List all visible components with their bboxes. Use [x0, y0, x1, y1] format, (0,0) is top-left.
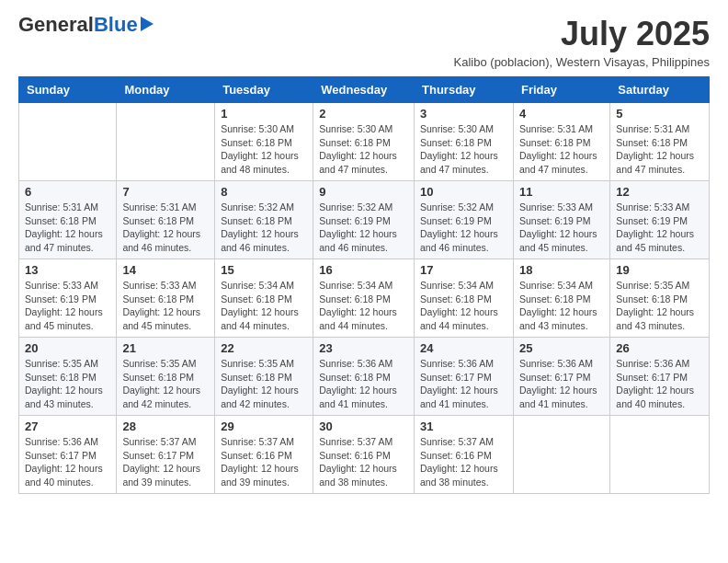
calendar-week-row: 6Sunrise: 5:31 AM Sunset: 6:18 PM Daylig…: [19, 181, 710, 259]
day-info: Sunrise: 5:35 AM Sunset: 6:18 PM Dayligh…: [25, 357, 110, 411]
day-number: 20: [25, 341, 110, 355]
day-info: Sunrise: 5:31 AM Sunset: 6:18 PM Dayligh…: [25, 201, 110, 255]
calendar-day-cell: [19, 103, 117, 181]
calendar-week-row: 13Sunrise: 5:33 AM Sunset: 6:19 PM Dayli…: [19, 259, 710, 338]
day-number: 26: [616, 341, 703, 355]
day-info: Sunrise: 5:34 AM Sunset: 6:18 PM Dayligh…: [420, 279, 507, 333]
logo-blue-text: Blue: [94, 15, 138, 35]
page-header: General Blue July 2025 Kalibo (poblacion…: [18, 15, 710, 69]
calendar-day-cell: 19Sunrise: 5:35 AM Sunset: 6:18 PM Dayli…: [610, 259, 710, 338]
calendar-day-cell: 24Sunrise: 5:36 AM Sunset: 6:17 PM Dayli…: [415, 338, 514, 416]
calendar-day-cell: 11Sunrise: 5:33 AM Sunset: 6:19 PM Dayli…: [513, 181, 609, 259]
calendar-header-cell: Sunday: [19, 77, 117, 103]
calendar-header-cell: Friday: [513, 77, 609, 103]
calendar-day-cell: 9Sunrise: 5:32 AM Sunset: 6:19 PM Daylig…: [313, 181, 415, 259]
day-number: 27: [25, 419, 110, 433]
day-info: Sunrise: 5:32 AM Sunset: 6:19 PM Dayligh…: [319, 201, 408, 255]
logo: General Blue: [18, 15, 154, 35]
calendar-day-cell: 29Sunrise: 5:37 AM Sunset: 6:16 PM Dayli…: [215, 416, 313, 494]
day-info: Sunrise: 5:31 AM Sunset: 6:18 PM Dayligh…: [616, 122, 703, 177]
day-info: Sunrise: 5:33 AM Sunset: 6:18 PM Dayligh…: [122, 279, 209, 333]
day-info: Sunrise: 5:34 AM Sunset: 6:18 PM Dayligh…: [319, 279, 408, 333]
day-number: 22: [221, 341, 307, 355]
day-info: Sunrise: 5:35 AM Sunset: 6:18 PM Dayligh…: [221, 357, 307, 411]
day-info: Sunrise: 5:37 AM Sunset: 6:17 PM Dayligh…: [122, 435, 209, 489]
day-info: Sunrise: 5:36 AM Sunset: 6:17 PM Dayligh…: [616, 357, 703, 411]
day-info: Sunrise: 5:31 AM Sunset: 6:18 PM Dayligh…: [122, 201, 209, 255]
day-info: Sunrise: 5:36 AM Sunset: 6:17 PM Dayligh…: [519, 357, 604, 411]
calendar-day-cell: 12Sunrise: 5:33 AM Sunset: 6:19 PM Dayli…: [610, 181, 710, 259]
day-number: 6: [25, 185, 110, 199]
calendar-day-cell: 30Sunrise: 5:37 AM Sunset: 6:16 PM Dayli…: [313, 416, 415, 494]
location-subtitle: Kalibo (poblacion), Western Visayas, Phi…: [454, 55, 710, 69]
logo-arrow-icon: [141, 17, 154, 31]
calendar-header-cell: Saturday: [610, 77, 710, 103]
calendar-day-cell: 14Sunrise: 5:33 AM Sunset: 6:18 PM Dayli…: [117, 259, 215, 338]
calendar-day-cell: 13Sunrise: 5:33 AM Sunset: 6:19 PM Dayli…: [19, 259, 117, 338]
calendar-day-cell: 23Sunrise: 5:36 AM Sunset: 6:18 PM Dayli…: [313, 338, 415, 416]
calendar-week-row: 1Sunrise: 5:30 AM Sunset: 6:18 PM Daylig…: [19, 103, 710, 181]
calendar-day-cell: 4Sunrise: 5:31 AM Sunset: 6:18 PM Daylig…: [513, 103, 609, 181]
day-info: Sunrise: 5:37 AM Sunset: 6:16 PM Dayligh…: [420, 435, 507, 489]
day-number: 17: [420, 263, 507, 277]
calendar-day-cell: 31Sunrise: 5:37 AM Sunset: 6:16 PM Dayli…: [415, 416, 514, 494]
day-number: 3: [420, 107, 507, 121]
day-number: 9: [319, 185, 408, 199]
day-number: 11: [519, 185, 604, 199]
calendar-body: 1Sunrise: 5:30 AM Sunset: 6:18 PM Daylig…: [19, 103, 710, 494]
calendar-day-cell: 27Sunrise: 5:36 AM Sunset: 6:17 PM Dayli…: [19, 416, 117, 494]
day-number: 4: [519, 107, 604, 121]
day-info: Sunrise: 5:33 AM Sunset: 6:19 PM Dayligh…: [25, 279, 110, 333]
calendar-day-cell: 26Sunrise: 5:36 AM Sunset: 6:17 PM Dayli…: [610, 338, 710, 416]
calendar-day-cell: 20Sunrise: 5:35 AM Sunset: 6:18 PM Dayli…: [19, 338, 117, 416]
day-info: Sunrise: 5:32 AM Sunset: 6:18 PM Dayligh…: [221, 201, 307, 255]
day-info: Sunrise: 5:34 AM Sunset: 6:18 PM Dayligh…: [519, 279, 604, 333]
calendar-day-cell: 3Sunrise: 5:30 AM Sunset: 6:18 PM Daylig…: [415, 103, 514, 181]
day-info: Sunrise: 5:35 AM Sunset: 6:18 PM Dayligh…: [122, 357, 209, 411]
day-info: Sunrise: 5:35 AM Sunset: 6:18 PM Dayligh…: [616, 279, 703, 333]
day-number: 25: [519, 341, 604, 355]
calendar-day-cell: 16Sunrise: 5:34 AM Sunset: 6:18 PM Dayli…: [313, 259, 415, 338]
calendar-day-cell: 6Sunrise: 5:31 AM Sunset: 6:18 PM Daylig…: [19, 181, 117, 259]
day-info: Sunrise: 5:37 AM Sunset: 6:16 PM Dayligh…: [221, 435, 307, 489]
day-number: 8: [221, 185, 307, 199]
day-info: Sunrise: 5:33 AM Sunset: 6:19 PM Dayligh…: [616, 201, 703, 255]
day-number: 13: [25, 263, 110, 277]
day-number: 30: [319, 419, 408, 433]
calendar-header-cell: Wednesday: [313, 77, 415, 103]
calendar-day-cell: [513, 416, 609, 494]
calendar-day-cell: 7Sunrise: 5:31 AM Sunset: 6:18 PM Daylig…: [117, 181, 215, 259]
month-title: July 2025: [454, 15, 710, 53]
day-number: 7: [122, 185, 209, 199]
day-info: Sunrise: 5:36 AM Sunset: 6:17 PM Dayligh…: [420, 357, 507, 411]
day-number: 24: [420, 341, 507, 355]
day-number: 10: [420, 185, 507, 199]
day-info: Sunrise: 5:36 AM Sunset: 6:18 PM Dayligh…: [319, 357, 408, 411]
calendar-day-cell: [117, 103, 215, 181]
logo-general-text: General: [18, 15, 94, 35]
calendar-header-cell: Tuesday: [215, 77, 313, 103]
calendar-table: SundayMondayTuesdayWednesdayThursdayFrid…: [18, 76, 710, 494]
calendar-day-cell: 22Sunrise: 5:35 AM Sunset: 6:18 PM Dayli…: [215, 338, 313, 416]
day-info: Sunrise: 5:31 AM Sunset: 6:18 PM Dayligh…: [519, 122, 604, 177]
calendar-day-cell: 17Sunrise: 5:34 AM Sunset: 6:18 PM Dayli…: [415, 259, 514, 338]
calendar-day-cell: 28Sunrise: 5:37 AM Sunset: 6:17 PM Dayli…: [117, 416, 215, 494]
day-number: 23: [319, 341, 408, 355]
day-info: Sunrise: 5:36 AM Sunset: 6:17 PM Dayligh…: [25, 435, 110, 489]
day-info: Sunrise: 5:34 AM Sunset: 6:18 PM Dayligh…: [221, 279, 307, 333]
day-number: 15: [221, 263, 307, 277]
calendar-header-cell: Thursday: [415, 77, 514, 103]
calendar-day-cell: [610, 416, 710, 494]
day-number: 18: [519, 263, 604, 277]
day-number: 21: [122, 341, 209, 355]
day-number: 29: [221, 419, 307, 433]
calendar-day-cell: 21Sunrise: 5:35 AM Sunset: 6:18 PM Dayli…: [117, 338, 215, 416]
calendar-week-row: 27Sunrise: 5:36 AM Sunset: 6:17 PM Dayli…: [19, 416, 710, 494]
day-number: 31: [420, 419, 507, 433]
calendar-day-cell: 10Sunrise: 5:32 AM Sunset: 6:19 PM Dayli…: [415, 181, 514, 259]
calendar-week-row: 20Sunrise: 5:35 AM Sunset: 6:18 PM Dayli…: [19, 338, 710, 416]
day-number: 28: [122, 419, 209, 433]
day-number: 14: [122, 263, 209, 277]
calendar-day-cell: 8Sunrise: 5:32 AM Sunset: 6:18 PM Daylig…: [215, 181, 313, 259]
day-info: Sunrise: 5:32 AM Sunset: 6:19 PM Dayligh…: [420, 201, 507, 255]
